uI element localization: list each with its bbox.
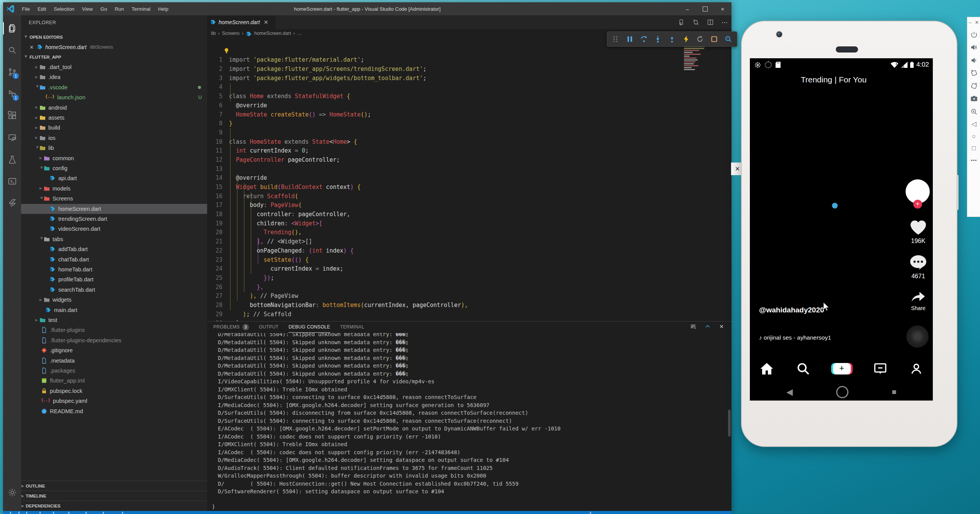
- tree-item-android[interactable]: >android: [21, 103, 207, 113]
- menu-go[interactable]: Go: [97, 5, 110, 13]
- open-editor-item[interactable]: ✕ homeScreen.dart lib\Screens: [21, 42, 207, 52]
- tree-item-build[interactable]: >build: [21, 123, 207, 133]
- tree-item--flutter-plugins[interactable]: .flutter-plugins: [21, 325, 207, 335]
- tree-item-lib[interactable]: >lib: [21, 143, 207, 153]
- tree-item-main-dart[interactable]: main.dart: [21, 305, 207, 315]
- maximize-button[interactable]: [696, 2, 714, 15]
- restart-button[interactable]: [696, 35, 704, 43]
- inbox-tab-icon[interactable]: [874, 362, 887, 375]
- manage-gear-icon[interactable]: [3, 485, 21, 500]
- menu-run[interactable]: Run: [111, 5, 127, 13]
- like-button[interactable]: 196K: [905, 219, 932, 245]
- create-tab-button[interactable]: +: [833, 363, 851, 374]
- console-prompt[interactable]: ⟩: [212, 503, 215, 510]
- tree-item-readme-md[interactable]: iREADME.md: [21, 406, 207, 416]
- menu-edit[interactable]: Edit: [34, 5, 49, 13]
- menu-view[interactable]: View: [79, 5, 96, 13]
- tree-item--vscode[interactable]: >.vscode: [21, 82, 207, 92]
- tree-item-config[interactable]: >config: [21, 163, 207, 173]
- menu-help[interactable]: Help: [155, 5, 172, 13]
- tree-item-api-dart[interactable]: api.dart: [21, 173, 207, 183]
- tree-item-chattab-dart[interactable]: chatTab.dart: [21, 255, 207, 264]
- video-sound[interactable]: ♪ orijinal ses - ayhanersoy1: [759, 334, 831, 341]
- search-icon[interactable]: [3, 43, 21, 58]
- timeline-section[interactable]: >TIMELINE: [21, 491, 207, 501]
- testing-icon[interactable]: [3, 152, 21, 167]
- panel-tab-terminal[interactable]: TERMINAL: [340, 322, 364, 332]
- menu-terminal[interactable]: Terminal: [128, 5, 154, 13]
- devtools-button[interactable]: [725, 35, 732, 43]
- profile-tab-icon[interactable]: [910, 362, 923, 375]
- tree-item-pubspec-lock[interactable]: pubspec.lock: [21, 386, 207, 396]
- tab-homescreen[interactable]: homeScreen.dart ✕: [207, 15, 275, 29]
- screenshot-icon[interactable]: [970, 95, 978, 102]
- tree-item-assets[interactable]: >assets: [21, 113, 207, 123]
- split-editor-icon[interactable]: [707, 19, 714, 26]
- tree-item-videoscreen-dart[interactable]: videoScreen.dart: [21, 224, 207, 234]
- tree-item-pubspec-yaml[interactable]: {..}pubspec.yaml: [21, 396, 207, 406]
- run-debug-icon[interactable]: 1: [3, 86, 21, 102]
- tree-item-searchtab-dart[interactable]: searchTab.dart: [21, 285, 207, 295]
- emu-home-icon[interactable]: ○: [972, 133, 976, 140]
- close-editor-icon[interactable]: ✕: [30, 44, 34, 50]
- tree-item-hometab-dart[interactable]: homeTab.dart: [21, 264, 207, 274]
- menu-file[interactable]: File: [18, 5, 33, 13]
- phone-screen[interactable]: x 4:02 Trending | For You + 196K 4671 Sh…: [750, 58, 933, 401]
- zoom-icon[interactable]: [970, 108, 978, 115]
- stop-button[interactable]: [710, 35, 718, 43]
- extensions-icon[interactable]: [3, 108, 21, 123]
- tree-item-launch-json[interactable]: {..}launch.jsonU: [21, 92, 207, 102]
- tree-item--flutter-plugins-dependencies[interactable]: .flutter-plugins-dependencies: [21, 335, 207, 345]
- tree-item--packages[interactable]: .packages: [21, 366, 207, 376]
- panel-tab-problems[interactable]: PROBLEMS3: [213, 322, 249, 332]
- flutter-icon[interactable]: [3, 195, 21, 211]
- code-editor[interactable]: 1import 'package:flutter/material.dart';…: [207, 38, 731, 321]
- minimize-button[interactable]: –: [679, 2, 696, 15]
- nav-home-button[interactable]: [836, 386, 848, 398]
- tree-item-homescreen-dart[interactable]: homeScreen.dart: [21, 204, 207, 214]
- maximize-panel-icon[interactable]: [705, 324, 711, 330]
- tree-item-flutter-app-iml[interactable]: <>flutter_app.iml: [21, 376, 207, 386]
- tree-item-addtab-dart[interactable]: addTab.dart: [21, 244, 207, 254]
- pause-button[interactable]: [626, 35, 634, 43]
- tree-item-screens[interactable]: >Screens: [21, 194, 207, 204]
- tree-item-profiletab-dart[interactable]: profileTab.dart: [21, 274, 207, 284]
- clear-console-icon[interactable]: [690, 324, 696, 330]
- home-tab-icon[interactable]: [760, 362, 774, 375]
- hot-reload-button[interactable]: [682, 35, 690, 43]
- more-actions-icon[interactable]: ⋯: [721, 19, 728, 26]
- sound-disc[interactable]: [906, 325, 929, 348]
- drag-handle[interactable]: [612, 35, 619, 43]
- lightbulb-icon[interactable]: [224, 48, 229, 54]
- panel-tab-output[interactable]: OUTPUT: [259, 322, 278, 332]
- menu-selection[interactable]: Selection: [50, 5, 77, 13]
- tree-item--idea[interactable]: >.idea: [21, 72, 207, 82]
- emu-overview-icon[interactable]: □: [972, 145, 976, 151]
- close-tab-icon[interactable]: ✕: [264, 19, 268, 25]
- tree-item--gitignore[interactable]: .gitignore: [21, 345, 207, 355]
- tree-item-common[interactable]: >common: [21, 153, 207, 163]
- video-username[interactable]: @wahidahady2020: [759, 306, 824, 314]
- nav-back-button[interactable]: ◀: [786, 387, 793, 397]
- tree-item-ios[interactable]: >ios: [21, 133, 207, 143]
- remote-explorer-icon[interactable]: [3, 130, 21, 145]
- creator-avatar[interactable]: +: [906, 179, 930, 204]
- emulator-close-icon[interactable]: ✕: [975, 20, 979, 25]
- project-header[interactable]: >FLUTTER_APP: [21, 52, 207, 62]
- git-compare-icon[interactable]: [692, 19, 699, 26]
- follow-plus-badge[interactable]: +: [913, 200, 922, 209]
- console-scrollbar[interactable]: [728, 410, 731, 437]
- comment-button[interactable]: 4671: [905, 255, 932, 280]
- step-out-button[interactable]: [668, 35, 676, 43]
- dependencies-section[interactable]: >DEPENDENCIES: [21, 501, 207, 511]
- power-icon[interactable]: [970, 31, 978, 38]
- volume-down-icon[interactable]: [970, 57, 978, 64]
- rotate-right-icon[interactable]: [970, 82, 978, 90]
- tree-item--metadata[interactable]: .metadata: [21, 356, 207, 366]
- step-into-button[interactable]: [654, 35, 662, 43]
- tree-item-test[interactable]: >test: [21, 315, 207, 325]
- nav-recents-button[interactable]: ■: [892, 388, 896, 396]
- outline-section[interactable]: >OUTLINE: [21, 481, 207, 491]
- close-panel-icon[interactable]: ✕: [719, 324, 724, 330]
- emu-back-icon[interactable]: ◁: [971, 121, 976, 127]
